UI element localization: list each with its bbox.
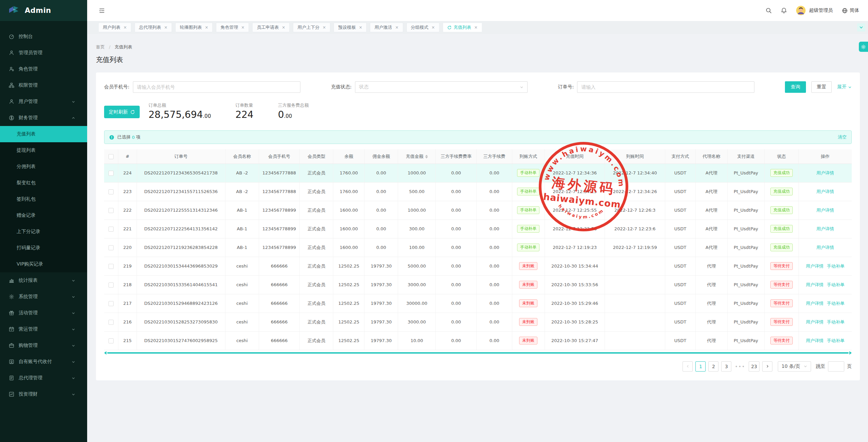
row-checkbox[interactable] bbox=[108, 338, 114, 343]
tab-close-icon[interactable]: × bbox=[432, 25, 435, 30]
sidebar-item-财务管理[interactable]: 财务管理 bbox=[0, 110, 87, 126]
auto-refresh-button[interactable]: 定时刷新 bbox=[104, 106, 140, 118]
tab-总代理列表[interactable]: 总代理列表× bbox=[135, 23, 172, 32]
pagination-page-2[interactable]: 2 bbox=[708, 361, 718, 372]
sidebar-item-角色管理[interactable]: 角色管理 bbox=[0, 61, 87, 77]
reset-button[interactable]: 重置 bbox=[811, 81, 832, 93]
row-action-link-用户详情[interactable]: 用户详情 bbox=[806, 338, 824, 343]
row-action-link-用户详情[interactable]: 用户详情 bbox=[806, 282, 824, 287]
pagination-page-1[interactable]: 1 bbox=[695, 361, 706, 372]
sidebar-item-营运管理[interactable]: 营运管理 bbox=[0, 321, 87, 337]
row-checkbox[interactable] bbox=[108, 189, 114, 194]
page-jump-input[interactable] bbox=[828, 361, 844, 372]
clear-selection-link[interactable]: 清空 bbox=[838, 134, 847, 140]
row-checkbox[interactable] bbox=[108, 264, 114, 269]
sidebar-item-活动管理[interactable]: 活动管理 bbox=[0, 305, 87, 321]
tab-close-icon[interactable]: × bbox=[205, 25, 208, 30]
sidebar-item-控制台[interactable]: 控制台 bbox=[0, 28, 87, 45]
sidebar-item-购物管理[interactable]: 购物管理 bbox=[0, 337, 87, 354]
sidebar-item-系统管理[interactable]: 系统管理 bbox=[0, 289, 87, 305]
pagination-prev-button[interactable] bbox=[683, 361, 693, 372]
tab-预设模板[interactable]: 预设模板× bbox=[334, 23, 367, 32]
phone-filter-input[interactable] bbox=[133, 81, 301, 93]
row-action-link-用户详情[interactable]: 用户详情 bbox=[806, 319, 824, 324]
tab-close-icon[interactable]: × bbox=[164, 25, 167, 30]
sidebar-subitem-裂变红包[interactable]: 裂变红包 bbox=[0, 175, 87, 191]
row-action-link-手动补单[interactable]: 手动补单 bbox=[827, 301, 845, 306]
pagination-page-3[interactable]: 3 bbox=[721, 361, 731, 372]
row-action-link-用户详情[interactable]: 用户详情 bbox=[816, 208, 834, 213]
search-button[interactable]: 查询 bbox=[785, 81, 806, 93]
tab-分组模式[interactable]: 分组模式× bbox=[407, 23, 439, 32]
row-action-link-手动补单[interactable]: 手动补单 bbox=[827, 264, 845, 269]
row-checkbox[interactable] bbox=[108, 208, 114, 213]
breadcrumb-home[interactable]: 首页 bbox=[96, 44, 105, 49]
scroll-right-arrow-icon[interactable] bbox=[849, 351, 852, 355]
scroll-left-arrow-icon[interactable] bbox=[104, 351, 106, 355]
row-checkbox[interactable] bbox=[108, 320, 114, 325]
sidebar-item-自有账号代收付[interactable]: 自有账号代收付 bbox=[0, 354, 87, 370]
row-checkbox[interactable] bbox=[108, 301, 114, 306]
status-tag: 等待支付 bbox=[770, 337, 793, 344]
language-switch[interactable]: 简体 bbox=[842, 7, 859, 14]
tab-close-icon[interactable]: × bbox=[359, 25, 362, 30]
tab-用户上下分[interactable]: 用户上下分× bbox=[293, 23, 330, 32]
row-action-link-手动补单[interactable]: 手动补单 bbox=[827, 282, 845, 287]
sidebar-subitem-充值列表[interactable]: 充值列表 bbox=[0, 126, 87, 142]
row-checkbox[interactable] bbox=[108, 227, 114, 232]
tab-用户激活[interactable]: 用户激活× bbox=[370, 23, 403, 32]
user-menu[interactable]: 超级管理员 bbox=[796, 6, 833, 15]
sidebar-item-投资理财[interactable]: 投资理财 bbox=[0, 386, 87, 402]
tab-充值列表[interactable]: 充值列表× bbox=[443, 23, 482, 32]
status-filter-select[interactable]: 状态 bbox=[355, 81, 528, 93]
sidebar-subitem-提现列表[interactable]: 提现列表 bbox=[0, 142, 87, 159]
sorter-icon[interactable] bbox=[425, 155, 428, 159]
row-checkbox[interactable] bbox=[108, 171, 114, 176]
pagination-next-button[interactable] bbox=[762, 361, 772, 372]
settings-affix-button[interactable] bbox=[859, 42, 868, 52]
sidebar-subitem-分佣列表[interactable]: 分佣列表 bbox=[0, 159, 87, 175]
tab-close-icon[interactable]: × bbox=[282, 25, 285, 30]
sidebar-item-总代理管理[interactable]: 总代理管理 bbox=[0, 370, 87, 386]
tab-close-icon[interactable]: × bbox=[474, 25, 478, 30]
row-action-link-用户详情[interactable]: 用户详情 bbox=[816, 245, 834, 250]
sidebar-subitem-上下分记录[interactable]: 上下分记录 bbox=[0, 224, 87, 240]
row-action-link-手动补单[interactable]: 手动补单 bbox=[827, 338, 845, 343]
bell-icon[interactable] bbox=[781, 7, 787, 14]
page-size-select[interactable]: 10 条/页 bbox=[778, 361, 811, 372]
expand-link[interactable]: 展开 bbox=[837, 84, 852, 90]
tab-用户列表[interactable]: 用户列表× bbox=[98, 23, 131, 32]
row-action-link-用户详情[interactable]: 用户详情 bbox=[816, 170, 834, 175]
pagination-page-23[interactable]: 23 bbox=[749, 361, 760, 372]
sidebar-subitem-签到礼包[interactable]: 签到礼包 bbox=[0, 191, 87, 207]
sidebar-item-用户管理[interactable]: 用户管理 bbox=[0, 93, 87, 110]
tab-轮播图列表[interactable]: 轮播图列表× bbox=[175, 23, 213, 32]
order-filter-input[interactable] bbox=[577, 81, 754, 93]
row-action-link-用户详情[interactable]: 用户详情 bbox=[816, 189, 834, 194]
menu-fold-icon[interactable] bbox=[99, 7, 105, 14]
sidebar-subitem-赠金记录[interactable]: 赠金记录 bbox=[0, 207, 87, 224]
tab-close-icon[interactable]: × bbox=[322, 25, 326, 30]
tab-close-icon[interactable]: × bbox=[241, 25, 244, 30]
tab-员工申请表[interactable]: 员工申请表× bbox=[252, 23, 290, 32]
sidebar-item-统计报表[interactable]: 统计报表 bbox=[0, 272, 87, 289]
row-checkbox[interactable] bbox=[108, 282, 114, 288]
brand-logo[interactable]: Admin bbox=[0, 0, 87, 21]
scrollbar-thumb[interactable] bbox=[107, 352, 849, 354]
sidebar-subitem-打码量记录[interactable]: 打码量记录 bbox=[0, 240, 87, 256]
tab-close-icon[interactable]: × bbox=[395, 25, 398, 30]
row-checkbox[interactable] bbox=[108, 245, 114, 250]
sidebar-item-权限管理[interactable]: 权限管理 bbox=[0, 77, 87, 93]
tab-close-icon[interactable]: × bbox=[123, 25, 127, 30]
row-action-link-用户详情[interactable]: 用户详情 bbox=[816, 226, 834, 231]
select-all-checkbox[interactable] bbox=[108, 154, 114, 159]
sidebar-item-管理员管理[interactable]: 管理员管理 bbox=[0, 45, 87, 61]
row-action-link-用户详情[interactable]: 用户详情 bbox=[806, 301, 824, 306]
tabs-menu-button[interactable] bbox=[857, 23, 865, 31]
sidebar-subitem-VIP购买记录[interactable]: VIP购买记录 bbox=[0, 256, 87, 272]
search-icon[interactable] bbox=[766, 7, 772, 14]
tab-角色管理[interactable]: 角色管理× bbox=[216, 23, 249, 32]
row-action-link-手动补单[interactable]: 手动补单 bbox=[827, 319, 845, 324]
row-action-link-用户详情[interactable]: 用户详情 bbox=[806, 264, 824, 269]
cell-select bbox=[104, 257, 118, 275]
